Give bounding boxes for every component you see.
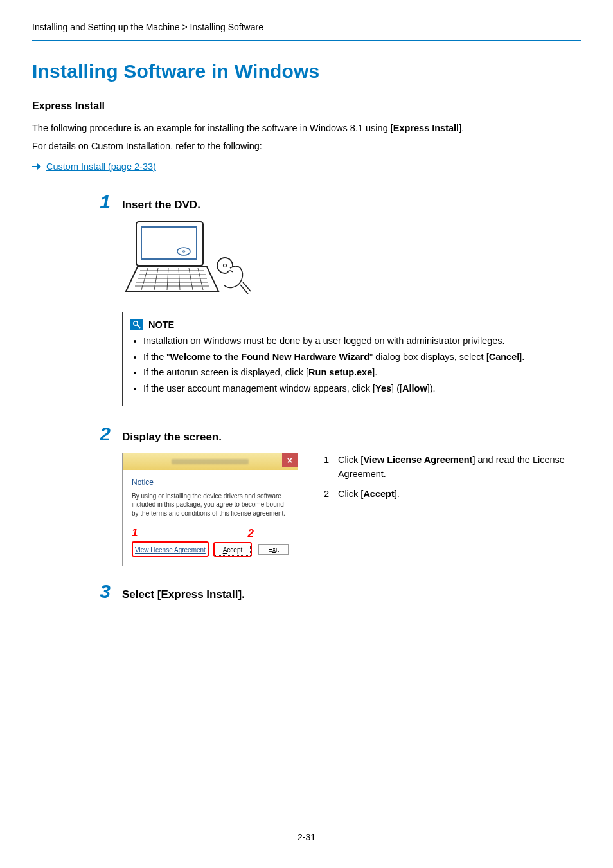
- note-list: Installation on Windows must be done by …: [130, 334, 538, 396]
- text: ].: [459, 123, 464, 133]
- text: ].: [519, 352, 524, 362]
- text-bold: Cancel: [489, 352, 520, 362]
- text: If the user account management window ap…: [143, 383, 375, 393]
- notice-text: By using or installing the device driver…: [132, 492, 289, 518]
- note-item: If the user account management window ap…: [143, 382, 538, 396]
- text: ]).: [427, 383, 436, 393]
- instruction-number: 1: [324, 453, 332, 482]
- instruction-text: Click [View License Agreement] and read …: [338, 453, 581, 482]
- text-bold: Yes: [375, 383, 391, 393]
- text-bold: Allow: [402, 383, 427, 393]
- step-number: 3: [96, 581, 111, 602]
- text: Click [: [338, 489, 363, 499]
- step-2: 2 Display the screen. × Notice By using …: [122, 423, 581, 567]
- step-title: Display the screen.: [122, 431, 222, 444]
- accept-button[interactable]: Accept: [213, 542, 253, 557]
- note-item: Installation on Windows must be done by …: [143, 334, 538, 348]
- instruction-number: 2: [324, 487, 332, 501]
- note-item: If the "Welcome to the Found New Hardwar…: [143, 350, 538, 365]
- vla-text[interactable]: View License Agreement: [135, 547, 206, 554]
- text-bold: View License Agreement: [363, 455, 472, 465]
- text-bold: Accept: [363, 489, 394, 499]
- instruction-item: 2 Click [Accept].: [324, 487, 581, 501]
- note-item: If the autorun screen is displayed, clic…: [143, 366, 538, 380]
- note-title: NOTE: [148, 320, 174, 330]
- step-1: 1 Insert the DVD.: [122, 191, 581, 406]
- section-heading: Express Install: [32, 100, 581, 112]
- instruction-text: Click [Accept].: [338, 487, 400, 501]
- text-bold: Welcome to the Found New Hardware Wizard: [170, 352, 369, 362]
- dialog-title-text: [172, 459, 249, 464]
- text: The following procedure is an example fo…: [32, 123, 393, 133]
- view-license-agreement-link[interactable]: View License Agreement: [132, 541, 209, 557]
- text-bold: Express Install: [393, 123, 459, 133]
- dialog-titlebar: ×: [123, 453, 298, 470]
- step-title: Insert the DVD.: [122, 199, 200, 212]
- laptop-dvd-illustration: [122, 221, 581, 300]
- step-number: 1: [96, 191, 111, 213]
- text: ] ([: [391, 383, 402, 393]
- step-2-instructions: 1 Click [View License Agreement] and rea…: [324, 453, 581, 506]
- note-icon: [130, 319, 143, 330]
- intro-paragraph-1: The following procedure is an example fo…: [32, 121, 581, 135]
- text: ].: [372, 367, 377, 377]
- note-box: NOTE Installation on Windows must be don…: [122, 312, 546, 406]
- text: Click [: [338, 455, 363, 465]
- step-title: Select [Express Install].: [122, 588, 245, 601]
- svg-line-19: [138, 325, 141, 328]
- custom-install-link[interactable]: Custom Install (page 2-33): [46, 161, 156, 172]
- step-number: 2: [96, 423, 111, 445]
- header-divider: [32, 40, 581, 41]
- text: " dialog box displays, select [: [369, 352, 489, 362]
- callout-number-1: 1: [132, 527, 138, 539]
- page-title: Installing Software in Windows: [32, 60, 581, 82]
- license-dialog: × Notice By using or installing the devi…: [122, 453, 298, 567]
- step-3: 3 Select [Express Install].: [122, 581, 581, 602]
- close-button[interactable]: ×: [282, 453, 298, 467]
- text: If the autorun screen is displayed, clic…: [143, 367, 308, 377]
- page-number: 2-31: [0, 832, 613, 842]
- exit-button[interactable]: Exit: [258, 544, 289, 555]
- notice-label: Notice: [132, 478, 289, 487]
- accept-button-label: Accept: [215, 545, 251, 556]
- callout-number-2: 2: [248, 527, 254, 540]
- breadcrumb: Installing and Setting up the Machine > …: [32, 22, 581, 37]
- instruction-item: 1 Click [View License Agreement] and rea…: [324, 453, 581, 482]
- text: ].: [395, 489, 400, 499]
- arrow-right-icon: [32, 163, 41, 170]
- text: If the ": [143, 352, 170, 362]
- svg-point-18: [134, 321, 138, 325]
- svg-point-17: [224, 264, 227, 267]
- intro-paragraph-2: For details on Custom Installation, refe…: [32, 139, 581, 153]
- text-bold: Run setup.exe: [308, 367, 372, 377]
- cross-reference[interactable]: Custom Install (page 2-33): [32, 161, 581, 172]
